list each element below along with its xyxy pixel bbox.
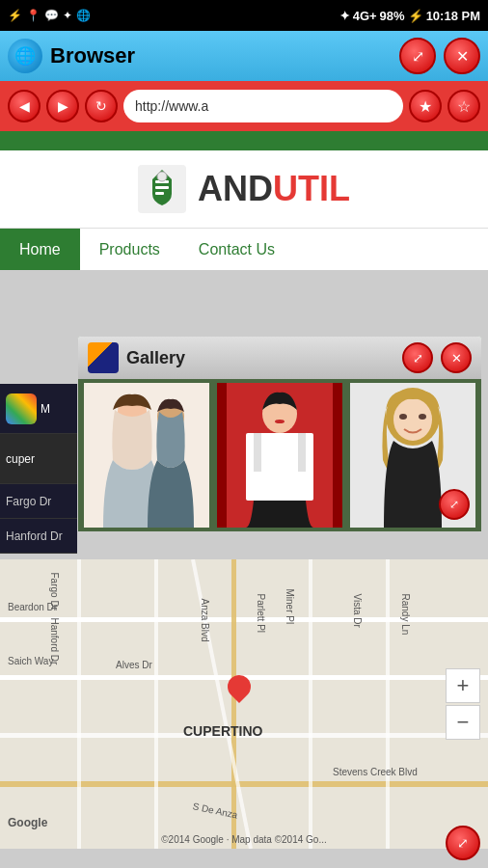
gallery-images-container: ⤢ xyxy=(78,379,481,531)
side-panel-maps-item[interactable]: M xyxy=(0,384,77,434)
status-bar: ⚡ 📍 💬 ✦ 🌐 ✦ 4G+ 98% ⚡ 10:18 PM xyxy=(0,0,488,31)
map-label-hanford: Hanford Dr xyxy=(49,618,60,665)
map-zoom-controls: + − xyxy=(446,668,480,740)
bookmark-button[interactable]: ★ xyxy=(409,90,442,122)
svg-point-25 xyxy=(275,420,285,423)
url-text: http://www.a xyxy=(135,98,208,114)
map-roads-svg xyxy=(0,559,488,849)
svg-rect-12 xyxy=(309,559,312,849)
map-label-saich: Saich Way xyxy=(8,656,53,666)
logo-util: UTIL xyxy=(273,169,350,208)
battery-icon: ⚡ xyxy=(408,9,423,23)
zoom-out-button[interactable]: − xyxy=(446,705,480,740)
chat-icon: 💬 xyxy=(44,9,59,22)
svg-rect-2 xyxy=(155,186,169,189)
svg-point-4 xyxy=(157,172,167,181)
map-copyright: ©2014 Google · Map data ©2014 Go... xyxy=(0,834,488,845)
map-expand-button[interactable]: ⤢ xyxy=(446,826,480,860)
expand-icon: ⤢ xyxy=(449,498,459,511)
andutil-logo-icon xyxy=(138,165,186,213)
map-label-alves: Alves Dr xyxy=(116,660,152,670)
location-icon: 📍 xyxy=(26,9,41,22)
logo-and: AND xyxy=(198,169,273,208)
map-label-parlett: Parlett Pl xyxy=(256,594,266,634)
gallery-thumbnail xyxy=(88,342,119,373)
forward-icon: ▶ xyxy=(58,98,68,114)
gallery-image-woman-blonde: ⤢ xyxy=(348,383,477,528)
zoom-out-icon: − xyxy=(457,710,470,735)
gallery-header: Gallery ⤢ ✕ xyxy=(78,337,481,379)
refresh-button[interactable]: ↻ xyxy=(85,90,118,122)
woman-white-svg xyxy=(215,383,344,528)
browser-globe-icon: 🌐 xyxy=(8,39,42,73)
side-panel-hanford-item: Hanford Dr xyxy=(0,519,77,554)
usb-icon: ⚡ xyxy=(8,9,22,22)
side-panel-cupertino-label: cuper xyxy=(6,452,35,466)
close-browser-button[interactable]: ✕ xyxy=(444,38,480,74)
map-location-pin xyxy=(228,675,251,698)
forward-button[interactable]: ▶ xyxy=(46,90,79,122)
gallery-image-woman-white xyxy=(215,383,344,528)
globe-icon: 🌐 xyxy=(76,9,91,22)
map-label-anza: Anza Blvd xyxy=(200,599,210,642)
svg-point-29 xyxy=(399,414,407,420)
nav-home[interactable]: Home xyxy=(0,229,80,270)
maps-icon xyxy=(6,393,37,424)
gallery-fullscreen-button[interactable]: ⤢ xyxy=(402,342,433,373)
svg-rect-13 xyxy=(386,559,390,849)
gallery-expand-bottom-button[interactable]: ⤢ xyxy=(439,489,470,520)
zoom-in-button[interactable]: + xyxy=(446,668,480,703)
hanford-label: Hanford Dr xyxy=(6,529,63,543)
gallery-expand-icon: ⤢ xyxy=(413,351,423,366)
map-city-label: CUPERTINO xyxy=(183,723,262,739)
map-label-stevens: Stevens Creek Blvd xyxy=(333,767,418,777)
url-input-container[interactable]: http://www.a xyxy=(123,90,403,122)
status-icons-left: ⚡ 📍 💬 ✦ 🌐 xyxy=(8,9,91,22)
svg-rect-11 xyxy=(231,559,236,849)
map-label-vista: Vista Dr xyxy=(352,594,363,628)
clock: 10:18 PM xyxy=(426,9,480,23)
side-panel-cupertino-item[interactable]: cuper xyxy=(0,434,77,484)
nav-products-label: Products xyxy=(99,241,160,258)
pin-head xyxy=(223,670,256,703)
side-panel-m-label: M xyxy=(41,402,50,416)
svg-rect-5 xyxy=(0,617,488,622)
side-panel-fargo-item: Fargo Dr xyxy=(0,484,77,519)
svg-point-28 xyxy=(393,398,432,441)
zoom-in-icon: + xyxy=(457,673,470,698)
svg-rect-23 xyxy=(254,433,261,472)
nav-icon: ✦ xyxy=(63,9,72,22)
green-banner xyxy=(0,131,488,150)
nav-contact-us[interactable]: Contact Us xyxy=(179,229,294,270)
back-button[interactable]: ◀ xyxy=(8,90,41,122)
star-outline-icon: ☆ xyxy=(457,97,471,116)
url-bar: ◀ ▶ ↻ http://www.a ★ ☆ xyxy=(0,81,488,131)
gallery-image-couple xyxy=(82,383,211,528)
gallery-close-button[interactable]: ✕ xyxy=(441,342,472,373)
gallery-overlay: Gallery ⤢ ✕ xyxy=(77,336,482,532)
map-expand-icon: ⤢ xyxy=(457,835,469,851)
bluetooth-icon: ✦ xyxy=(339,9,350,23)
browser-title: Browser xyxy=(50,43,392,68)
map-label-miner: Miner Pl xyxy=(285,589,295,625)
gallery-close-icon: ✕ xyxy=(451,351,462,366)
svg-rect-8 xyxy=(0,781,488,787)
close-icon: ✕ xyxy=(456,47,469,66)
map-area: Beardon Dr Saich Way Alves Dr Fargo Dr H… xyxy=(0,559,488,849)
nav-products[interactable]: Products xyxy=(80,229,179,270)
fargo-label: Fargo Dr xyxy=(6,495,51,508)
website-logo-area: ANDUTIL xyxy=(0,150,488,228)
svg-point-30 xyxy=(419,414,426,420)
back-icon: ◀ xyxy=(19,98,30,114)
battery-percent: 98% xyxy=(380,9,405,23)
svg-rect-10 xyxy=(154,559,158,849)
fullscreen-button[interactable]: ⤢ xyxy=(399,38,436,74)
couple-svg xyxy=(82,383,211,528)
favorites-button[interactable]: ☆ xyxy=(447,90,480,122)
svg-rect-9 xyxy=(77,559,81,849)
svg-rect-3 xyxy=(155,192,164,195)
logo-text: ANDUTIL xyxy=(198,169,350,209)
google-logo: Google xyxy=(8,816,47,829)
fullscreen-icon: ⤢ xyxy=(412,47,424,66)
map-background: Beardon Dr Saich Way Alves Dr Fargo Dr H… xyxy=(0,559,488,849)
